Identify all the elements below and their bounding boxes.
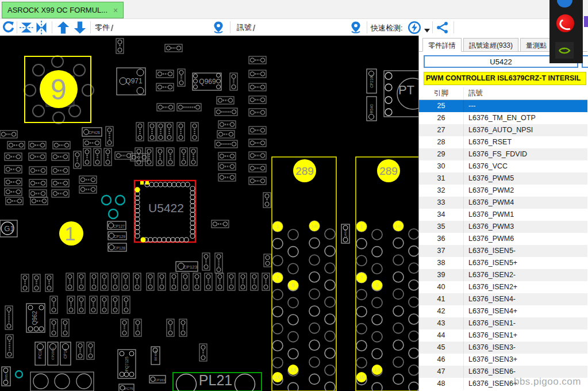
- table-row[interactable]: 33L6376_PWM4: [419, 197, 587, 209]
- vertical-flip-icon: [20, 21, 33, 34]
- pin-table-body: 25---26L6376_TM_EN_OTP27L6376_AUTO_NPSI2…: [419, 100, 587, 390]
- pin-cell: 48: [419, 378, 464, 390]
- svg-text:CP426: CP426: [89, 131, 100, 135]
- table-row[interactable]: 31L6376_PWM5: [419, 172, 587, 185]
- svg-text:PQ7125: PQ7125: [125, 356, 129, 371]
- table-row[interactable]: 25---: [419, 100, 587, 112]
- table-row[interactable]: 41L6376_ISEN4-: [419, 293, 587, 305]
- antivirus-icon[interactable]: [556, 14, 574, 32]
- table-row[interactable]: 46L6376_ISEN3+: [419, 354, 587, 366]
- share-nodes-icon: [435, 21, 450, 34]
- part-search-placeholder: 零件: [95, 22, 110, 33]
- table-row[interactable]: 34L6376_PWM1: [419, 209, 587, 221]
- next-button[interactable]: [72, 21, 87, 34]
- pin-cell: 45: [419, 342, 464, 354]
- watermark: bbs.pigoo.com: [514, 376, 581, 388]
- pin-table: 引脚 訊號 25---26L6376_TM_EN_OTP27L6376_AUTO…: [419, 87, 587, 390]
- part-search-input[interactable]: 零件: [95, 22, 207, 33]
- table-row[interactable]: 43L6376_ISEN1-: [419, 317, 587, 329]
- signal-cell: ---: [464, 100, 476, 112]
- table-row[interactable]: 40L6376_ISEN2+: [419, 281, 587, 293]
- table-row[interactable]: 30L6376_VCC: [419, 160, 587, 172]
- table-row[interactable]: 39L6376_ISEN2-: [419, 269, 587, 281]
- net-trace-button[interactable]: [435, 21, 450, 34]
- detail-panel: 零件詳情 訊號途經(933) 量測點 U5422 PWM CONTROLLER …: [418, 36, 587, 391]
- flip-horizontal-button[interactable]: [34, 21, 48, 34]
- pin-cell: 25: [419, 100, 464, 112]
- close-icon[interactable]: ×: [113, 6, 118, 15]
- table-row[interactable]: 26L6376_TM_EN_OTP: [419, 112, 587, 124]
- signal-cell: L6376_ISEN3+: [464, 354, 517, 366]
- svg-text:19: 19: [275, 374, 280, 380]
- lightning-circle-icon: [407, 21, 422, 34]
- document-tab[interactable]: ASROCK X99 OC FORMUL... ×: [2, 2, 124, 18]
- arrow-down-icon: [72, 21, 87, 34]
- svg-text:PC75: PC75: [124, 387, 133, 390]
- signal-cell: L6376_ISEN5+: [464, 257, 517, 269]
- text-cursor: [253, 25, 256, 31]
- table-row[interactable]: 27L6376_AUTO_NPSI: [419, 124, 587, 136]
- locate-signal-button[interactable]: [348, 21, 363, 34]
- signal-cell: L6376_PWM4: [464, 197, 514, 209]
- pin-cell: 39: [419, 269, 464, 281]
- tab-measure-points[interactable]: 量測點: [520, 38, 552, 52]
- map-pin-icon: [211, 21, 226, 34]
- previous-button[interactable]: [56, 21, 71, 34]
- table-row[interactable]: 35L6376_PWM3: [419, 221, 587, 233]
- table-row[interactable]: 37L6376_ISEN5-: [419, 245, 587, 257]
- pin-cell: 47: [419, 366, 464, 378]
- separator: [454, 21, 454, 33]
- pcb-canvas[interactable]: Q971Q969Q962CP123CP426CP127CP129CP128CP2…: [0, 36, 418, 391]
- quick-test-button[interactable]: [407, 21, 422, 34]
- table-row[interactable]: 45L6376_ISEN3-: [419, 342, 587, 354]
- quick-test-label: 快速检测:: [371, 23, 403, 33]
- toolbar: 零件 訊號 快速检测:: [0, 19, 588, 36]
- pin-cell: 37: [419, 245, 464, 257]
- table-row[interactable]: 44L6376_ISEN1+: [419, 329, 587, 342]
- pin-cell: 33: [419, 197, 464, 209]
- table-row[interactable]: 28L6376_RSET: [419, 136, 587, 148]
- blue-app-icon[interactable]: [557, 0, 572, 7]
- svg-text:Q962: Q962: [32, 310, 38, 325]
- nvidia-icon[interactable]: [555, 42, 574, 59]
- signal-cell: L6376_PWM6: [464, 233, 514, 245]
- purple-app-icon[interactable]: [584, 16, 588, 27]
- caret-down-icon: [424, 28, 431, 33]
- table-row[interactable]: 38L6376_ISEN5+: [419, 257, 587, 269]
- pin-cell: 36: [419, 233, 464, 245]
- svg-text:7: 7: [360, 275, 363, 281]
- pin-cell: 46: [419, 354, 464, 366]
- tab-part-details[interactable]: 零件詳情: [422, 38, 462, 52]
- tab-signal-path[interactable]: 訊號途經(933): [463, 38, 518, 52]
- signal-cell: L6376_ISEN5-: [464, 245, 516, 257]
- horizontal-flip-icon: [34, 21, 48, 34]
- signal-cell: L6376_RSET: [464, 136, 512, 148]
- pin-cell: 31: [419, 172, 464, 185]
- signal-search-input[interactable]: 訊號: [237, 22, 343, 33]
- signal-search-placeholder: 訊號: [237, 22, 252, 33]
- pin-cell: 34: [419, 209, 464, 221]
- table-row[interactable]: 29L6376_FS_FDVID: [419, 148, 587, 160]
- pin-cell: 28: [419, 136, 464, 148]
- table-row[interactable]: 36L6376_PWM6: [419, 233, 587, 245]
- svg-text:Q969: Q969: [199, 78, 216, 86]
- svg-text:CP127: CP127: [113, 224, 125, 228]
- signal-cell: L6376_VCC: [464, 160, 508, 172]
- map-pin-icon: [348, 21, 363, 34]
- table-row[interactable]: 42L6376_ISEN4+: [419, 305, 587, 317]
- signal-cell: L6376_ISEN2-: [464, 269, 516, 281]
- svg-text:18: 18: [290, 367, 296, 373]
- quick-test-dropdown[interactable]: [424, 25, 431, 31]
- flip-vertical-button[interactable]: [20, 21, 33, 34]
- locate-part-button[interactable]: [211, 21, 226, 34]
- signal-cell: L6376_ISEN4+: [464, 305, 517, 317]
- svg-text:G1: G1: [4, 224, 14, 233]
- svg-text:U5422: U5422: [148, 201, 184, 214]
- pin-cell: 32: [419, 185, 464, 197]
- pin-cell: 40: [419, 281, 464, 293]
- signal-cell: L6376_ISEN6+: [464, 378, 517, 390]
- svg-text:289: 289: [379, 165, 398, 177]
- table-row[interactable]: 32L6376_PWM2: [419, 185, 587, 197]
- refresh-button[interactable]: [1, 21, 15, 34]
- pin-cell: 26: [419, 112, 464, 124]
